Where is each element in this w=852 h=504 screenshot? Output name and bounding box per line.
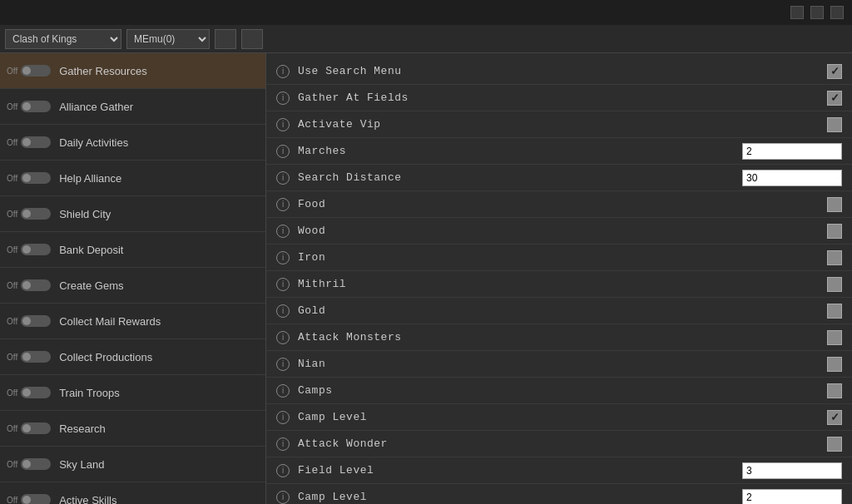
- info-icon-field-level[interactable]: i: [276, 464, 290, 477]
- toggle-slider[interactable]: [21, 101, 51, 112]
- sidebar-item-gather-resources[interactable]: Off Gather Resources: [0, 53, 265, 89]
- checkbox-food[interactable]: [827, 197, 842, 212]
- info-icon-camp-level-check[interactable]: i: [276, 411, 290, 424]
- info-icon-attack-wonder[interactable]: i: [276, 437, 290, 451]
- toggle-label: Off: [7, 496, 17, 505]
- setting-label-mithril: Mithril: [298, 278, 827, 290]
- sidebar-item-label: Help Alliance: [59, 172, 121, 185]
- game-select[interactable]: Clash of Kings: [5, 29, 121, 49]
- setting-label-activate-vip: Activate Vip: [298, 118, 827, 131]
- checkbox-camps[interactable]: [827, 383, 842, 398]
- settings-button[interactable]: [241, 29, 263, 49]
- toggle-slider[interactable]: [21, 494, 51, 504]
- sidebar-item-research[interactable]: Off Research: [0, 411, 265, 447]
- info-icon-gold[interactable]: i: [276, 304, 290, 318]
- toggle-label: Off: [7, 388, 17, 398]
- sidebar-item-train-troops[interactable]: Off Train Troops: [0, 375, 265, 411]
- maximize-button[interactable]: [810, 6, 824, 19]
- info-icon-food[interactable]: i: [276, 198, 290, 211]
- setting-label-food: Food: [298, 198, 827, 210]
- info-icon-search-distance[interactable]: i: [276, 171, 290, 185]
- setting-label-camps: Camps: [298, 384, 827, 397]
- toggle-label: Off: [7, 245, 17, 254]
- input-marches[interactable]: [742, 143, 842, 160]
- checkbox-use-search-menu[interactable]: [827, 64, 842, 79]
- info-icon-camps[interactable]: i: [276, 384, 290, 398]
- setting-row-camp-level-input: i Camp Level: [266, 484, 852, 504]
- sidebar-item-sky-land[interactable]: Off Sky Land: [0, 447, 265, 482]
- info-icon-use-search-menu[interactable]: i: [276, 65, 290, 78]
- checkbox-gold[interactable]: [827, 304, 842, 319]
- setting-label-nian: Nian: [298, 358, 827, 370]
- sidebar-item-label: Daily Activities: [59, 136, 128, 149]
- toggle-label: Off: [7, 460, 17, 469]
- toggle-slider[interactable]: [21, 387, 51, 398]
- sidebar-item-label: Bank Deposit: [59, 244, 123, 256]
- sidebar-item-alliance-gather[interactable]: Off Alliance Gather: [0, 89, 265, 125]
- setting-row-search-distance: i Search Distance: [266, 165, 852, 191]
- sidebar-item-label: Shield City: [59, 208, 111, 220]
- checkbox-attack-wonder[interactable]: [827, 437, 842, 452]
- setting-row-field-level: i Field Level: [266, 457, 852, 484]
- setting-label-wood: Wood: [298, 225, 827, 237]
- checkbox-gather-at-fields[interactable]: [827, 91, 842, 106]
- checkbox-activate-vip[interactable]: [827, 117, 842, 132]
- checkbox-iron[interactable]: [827, 250, 842, 265]
- setting-row-marches: i Marches: [266, 138, 852, 165]
- sidebar-item-daily-activities[interactable]: Off Daily Activities: [0, 125, 265, 161]
- sidebar-item-help-alliance[interactable]: Off Help Alliance: [0, 161, 265, 196]
- device-select[interactable]: MEmu(0): [126, 29, 210, 49]
- checkbox-nian[interactable]: [827, 357, 842, 372]
- setting-row-attack-monsters: i Attack Monsters: [266, 324, 852, 351]
- toggle-slider[interactable]: [21, 65, 51, 77]
- setting-row-nian: i Nian: [266, 351, 852, 378]
- checkbox-wood[interactable]: [827, 224, 842, 239]
- sidebar-item-label: Create Gems: [59, 279, 123, 292]
- info-icon-camp-level-input[interactable]: i: [276, 491, 290, 504]
- toggle-slider[interactable]: [21, 136, 51, 148]
- input-field-level[interactable]: [742, 462, 842, 479]
- sidebar-item-active-skills[interactable]: Off Active Skills: [0, 482, 265, 504]
- checkbox-mithril[interactable]: [827, 277, 842, 292]
- sidebar-item-label: Collect Mail Rewards: [59, 315, 161, 328]
- sidebar-item-bank-deposit[interactable]: Off Bank Deposit: [0, 232, 265, 268]
- setting-label-gold: Gold: [298, 304, 827, 317]
- close-button[interactable]: [830, 6, 844, 19]
- sidebar-item-collect-productions[interactable]: Off Collect Productions: [0, 339, 265, 375]
- toggle-slider[interactable]: [21, 279, 51, 291]
- input-camp-level-input[interactable]: [742, 489, 842, 505]
- info-icon-mithril[interactable]: i: [276, 278, 290, 291]
- setting-row-gold: i Gold: [266, 298, 852, 324]
- toggle-slider[interactable]: [21, 458, 51, 470]
- info-icon-iron[interactable]: i: [276, 251, 290, 264]
- checkbox-camp-level-check[interactable]: [827, 410, 842, 425]
- toggle-slider[interactable]: [21, 315, 51, 327]
- toggle-slider[interactable]: [21, 244, 51, 255]
- toggle-slider[interactable]: [21, 172, 51, 184]
- sidebar-item-collect-mail-rewards[interactable]: Off Collect Mail Rewards: [0, 304, 265, 339]
- info-icon-activate-vip[interactable]: i: [276, 118, 290, 131]
- folder-button[interactable]: [215, 29, 236, 49]
- info-icon-wood[interactable]: i: [276, 225, 290, 238]
- toggle-label: Off: [7, 281, 17, 290]
- title-bar: [0, 0, 852, 25]
- input-search-distance[interactable]: [742, 170, 842, 186]
- sidebar-item-create-gems[interactable]: Off Create Gems: [0, 268, 265, 304]
- info-icon-gather-at-fields[interactable]: i: [276, 91, 290, 105]
- toggle-slider[interactable]: [21, 422, 51, 434]
- right-panel: i Use Search Menu i Gather At Fields i A…: [266, 53, 852, 504]
- sidebar: Off Gather Resources Off Alliance Gather…: [0, 53, 266, 504]
- setting-row-gather-at-fields: i Gather At Fields: [266, 85, 852, 111]
- setting-label-search-distance: Search Distance: [298, 171, 742, 184]
- info-icon-marches[interactable]: i: [276, 145, 290, 158]
- sidebar-item-label: Research: [59, 422, 106, 435]
- toggle-label: Off: [7, 138, 17, 147]
- sidebar-item-label: Alliance Gather: [59, 101, 133, 113]
- toggle-slider[interactable]: [21, 208, 51, 220]
- info-icon-nian[interactable]: i: [276, 358, 290, 371]
- minimize-button[interactable]: [790, 6, 804, 19]
- sidebar-item-shield-city[interactable]: Off Shield City: [0, 196, 265, 232]
- checkbox-attack-monsters[interactable]: [827, 330, 842, 345]
- info-icon-attack-monsters[interactable]: i: [276, 331, 290, 344]
- toggle-slider[interactable]: [21, 351, 51, 363]
